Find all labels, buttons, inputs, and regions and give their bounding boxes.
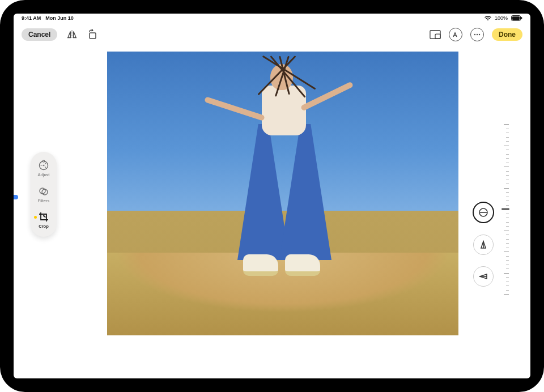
wifi-icon — [484, 15, 491, 21]
tool-crop[interactable]: Crop — [31, 211, 57, 229]
status-date: Mon Jun 10 — [45, 15, 74, 21]
vertical-perspective-button[interactable] — [473, 235, 494, 255]
status-battery-label: 100% — [495, 15, 508, 21]
selected-indicator-dot — [34, 216, 37, 219]
photo-content — [106, 50, 460, 336]
screen: 9:41 AM Mon Jun 10 100% — [14, 14, 530, 378]
svg-rect-3 — [521, 17, 522, 19]
ipad-bezel: 9:41 AM Mon Jun 10 100% — [0, 0, 544, 392]
svg-point-7 — [474, 34, 475, 35]
done-button[interactable]: Done — [492, 28, 522, 41]
status-time: 9:41 AM — [22, 15, 41, 21]
more-options-button[interactable] — [470, 28, 484, 41]
markup-button[interactable] — [449, 28, 462, 41]
tool-filters[interactable]: Filters — [31, 186, 57, 203]
svg-rect-4 — [90, 33, 96, 39]
status-bar: 9:41 AM Mon Jun 10 100% — [14, 14, 530, 24]
side-app-indicator — [14, 195, 18, 199]
svg-rect-6 — [435, 34, 440, 39]
cancel-button[interactable]: Cancel — [22, 28, 57, 41]
svg-point-11 — [42, 160, 44, 162]
straighten-dial-marker — [502, 208, 509, 210]
tool-filters-label: Filters — [38, 198, 49, 203]
tool-crop-label: Crop — [39, 224, 49, 229]
aspect-ratio-icon[interactable] — [430, 29, 441, 40]
crop-right-controls — [471, 124, 509, 294]
editor-top-toolbar: Cancel — [14, 25, 530, 44]
svg-point-9 — [479, 34, 480, 35]
rotate-icon[interactable] — [87, 29, 98, 40]
svg-point-0 — [487, 19, 488, 20]
tool-adjust-label: Adjust — [38, 172, 50, 177]
straighten-button[interactable] — [473, 202, 494, 223]
flip-icon[interactable] — [66, 29, 78, 40]
tool-adjust[interactable]: Adjust — [31, 160, 57, 177]
horizontal-perspective-button[interactable] — [473, 266, 494, 287]
edit-mode-toolrail: Adjust Filters Crop — [31, 152, 57, 237]
svg-rect-2 — [512, 16, 520, 20]
svg-point-8 — [477, 34, 478, 35]
crop-canvas[interactable] — [106, 50, 460, 336]
battery-icon — [511, 15, 522, 21]
